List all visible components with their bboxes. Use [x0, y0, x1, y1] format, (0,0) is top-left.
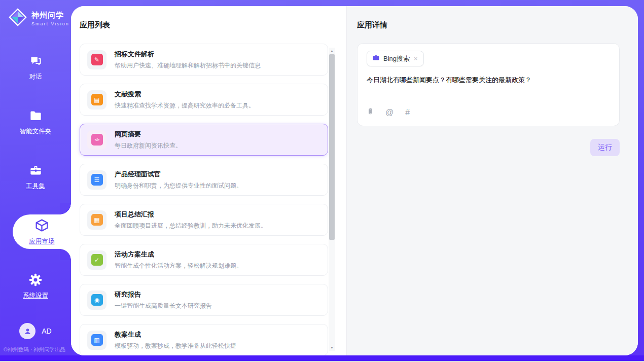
edit-icon: ✎	[87, 50, 106, 69]
card-title: 教案生成	[115, 330, 236, 339]
sidebar-item-chat[interactable]: 对话	[0, 54, 71, 81]
folder-icon	[29, 109, 43, 125]
run-row: 运行	[357, 139, 620, 156]
calendar-icon: ▦	[87, 210, 106, 230]
scrollbar-thumb[interactable]	[329, 54, 335, 240]
sidebar-item-app-market[interactable]: 应用市场	[13, 214, 71, 249]
card-desc: 模板驱动，教案秒成，教学准备从此轻松快捷	[115, 342, 236, 350]
copyright-text: ©神州数码 · 神州问学出品	[4, 346, 65, 353]
sidebar-item-toolkit[interactable]: 工具集	[0, 164, 71, 190]
prompt-text[interactable]: 今日湖北有哪些新闻要点？有哪些需要关注的最新政策？	[367, 76, 610, 85]
app-list-panel: 应用列表 ✎ 招标文件解析 帮助用户快速、准确地理解和解析招标书中的关键信息 ▤…	[71, 6, 346, 355]
card-desc: 明确身份和职责，为您提供专业性的面试问题。	[115, 182, 242, 190]
cube-icon	[34, 218, 49, 235]
briefcase-icon	[372, 54, 380, 63]
card-title: 产品经理面试官	[115, 170, 242, 179]
app-card-literature-search[interactable]: ▤ 文献搜索 快速精准查找学术资源，提高研究效率的必备工具。	[80, 84, 328, 116]
user-name: AD	[42, 327, 51, 335]
books-icon: ▥	[87, 331, 106, 350]
scrollbar-up-arrow[interactable]: ▲	[329, 48, 335, 54]
toolbox-icon	[29, 164, 43, 179]
card-desc: 一键智能生成高质量长文本研究报告	[115, 302, 212, 310]
sidebar-item-settings[interactable]: 系统设置	[0, 273, 71, 300]
card-desc: 快速精准查找学术资源，提高研究效率的必备工具。	[115, 101, 255, 110]
clipboard-check-icon: ✓	[87, 250, 106, 270]
main-panel: 应用列表 ✎ 招标文件解析 帮助用户快速、准确地理解和解析招标书中的关键信息 ▤…	[71, 6, 638, 355]
attachment-toolbar: @ #	[367, 107, 610, 118]
brand-name: 神州问学	[31, 11, 69, 20]
webpage-code-icon: </>	[87, 130, 106, 150]
resume-icon: ☰	[87, 170, 106, 190]
brand-diamond-icon	[8, 8, 27, 29]
scrollbar-down-arrow[interactable]: ▼	[329, 344, 335, 351]
run-button[interactable]: 运行	[590, 139, 620, 156]
card-desc: 每日政府新闻资讯快查。	[115, 141, 182, 150]
brand-subtitle: Smart Vision	[31, 21, 69, 26]
card-title: 项目总结汇报	[115, 210, 267, 219]
sidebar-item-label: 系统设置	[23, 292, 48, 300]
tag-close-icon[interactable]: ×	[413, 55, 418, 62]
app-card-list: ✎ 招标文件解析 帮助用户快速、准确地理解和解析招标书中的关键信息 ▤ 文献搜索…	[80, 44, 328, 355]
avatar	[19, 323, 35, 339]
book-icon: ▤	[87, 90, 106, 110]
sidebar-nav: 对话 智能文件夹 工具集 应用市场	[0, 54, 71, 300]
sidebar-item-smart-folder[interactable]: 智能文件夹	[0, 109, 71, 135]
sidebar-item-label: 应用市场	[29, 237, 55, 246]
app-card-pm-interviewer[interactable]: ☰ 产品经理面试官 明确身份和职责，为您提供专业性的面试问题。	[80, 164, 328, 196]
card-title: 文献搜索	[115, 90, 255, 99]
card-desc: 帮助用户快速、准确地理解和解析招标书中的关键信息	[115, 61, 261, 70]
app-card-research-report[interactable]: ◉ 研究报告 一键智能生成高质量长文本研究报告	[80, 284, 328, 316]
prompt-input[interactable]: Bing搜索 × 今日湖北有哪些新闻要点？有哪些需要关注的最新政策？ @ #	[357, 43, 620, 126]
microscope-icon: ◉	[87, 291, 106, 310]
mention-icon[interactable]: @	[385, 108, 393, 117]
chat-icon	[29, 54, 43, 70]
sidebar: 神州问学 Smart Vision 对话 智能文件夹 工	[0, 0, 71, 355]
gear-icon	[28, 273, 43, 289]
app-window: 神州问学 Smart Vision 对话 智能文件夹 工	[0, 0, 644, 362]
app-list-title: 应用列表	[80, 20, 346, 30]
app-card-webpage-summary[interactable]: </> 网页摘要 每日政府新闻资讯快查。	[80, 124, 328, 156]
paperclip-icon[interactable]	[367, 107, 374, 118]
app-card-lesson-plan[interactable]: ▥ 教案生成 模板驱动，教案秒成，教学准备从此轻松快捷	[80, 324, 328, 355]
card-desc: 全面回顾项目进展，总结经验教训，助力未来优化发展。	[115, 222, 267, 230]
app-card-bid-analysis[interactable]: ✎ 招标文件解析 帮助用户快速、准确地理解和解析招标书中的关键信息	[80, 44, 328, 76]
user-account[interactable]: AD	[0, 323, 71, 339]
card-title: 网页摘要	[115, 130, 182, 139]
bottom-accent-bar	[0, 355, 644, 361]
app-detail-title: 应用详情	[357, 20, 620, 30]
app-card-project-summary[interactable]: ▦ 项目总结汇报 全面回顾项目进展，总结经验教训，助力未来优化发展。	[80, 204, 328, 236]
card-title: 活动方案生成	[115, 250, 242, 259]
sidebar-item-label: 智能文件夹	[20, 127, 52, 136]
app-detail-panel: 应用详情 Bing搜索 × 今日湖北有哪些新闻要点？有哪些需要关注的最新政策？ …	[346, 6, 638, 355]
sidebar-item-label: 对话	[29, 73, 42, 81]
tool-tag-bing-search: Bing搜索 ×	[367, 51, 424, 66]
tool-tag-label: Bing搜索	[383, 54, 410, 63]
app-card-event-plan[interactable]: ✓ 活动方案生成 智能生成个性化活动方案，轻松解决规划难题。	[80, 244, 328, 276]
brand-logo: 神州问学 Smart Vision	[0, 0, 71, 29]
hashtag-icon[interactable]: #	[405, 108, 410, 117]
card-title: 招标文件解析	[115, 50, 261, 59]
list-scrollbar[interactable]: ▲ ▼	[329, 48, 335, 351]
sidebar-item-label: 工具集	[26, 182, 45, 191]
card-title: 研究报告	[115, 290, 212, 299]
card-desc: 智能生成个性化活动方案，轻松解决规划难题。	[115, 262, 242, 270]
